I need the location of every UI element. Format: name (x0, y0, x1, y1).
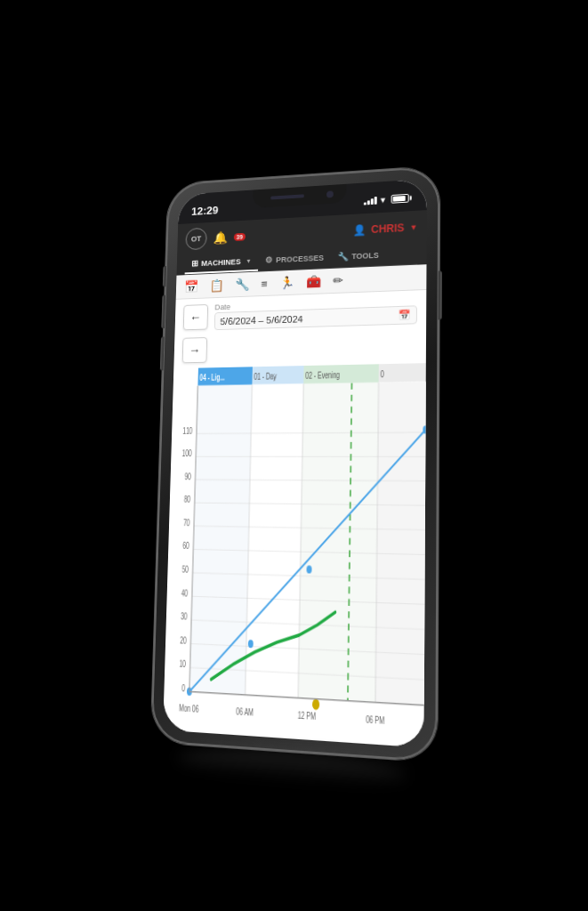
svg-text:12 PM: 12 PM (297, 709, 316, 722)
svg-text:06 AM: 06 AM (236, 705, 254, 718)
speaker-grille (270, 194, 304, 199)
edit-toolbar-icon[interactable]: ✏ (332, 273, 342, 287)
back-nav-row: ← Date 5/6/2024 – 5/6/2024 📅 (182, 295, 416, 331)
signal-bar-3 (370, 198, 373, 205)
svg-text:0: 0 (380, 368, 383, 379)
svg-text:90: 90 (184, 472, 191, 482)
back-arrow-icon: ← (189, 310, 201, 325)
ot-label: OT (190, 235, 201, 244)
back-button[interactable]: ← (182, 304, 207, 330)
chart-svg: 04 - Lig... 01 - Day 02 - Evening 0 (163, 363, 426, 747)
notification-count[interactable]: 39 (233, 232, 245, 240)
date-calendar-icon[interactable]: 📅 (398, 309, 410, 320)
signal-bar-1 (363, 202, 366, 205)
svg-text:80: 80 (183, 494, 190, 504)
status-icons: ▾ (363, 192, 408, 206)
svg-text:40: 40 (181, 587, 188, 598)
svg-text:50: 50 (181, 564, 189, 575)
svg-text:60: 60 (182, 541, 189, 552)
tab-tools[interactable]: 🔧 TOOLS (330, 246, 385, 268)
svg-rect-12 (375, 382, 425, 705)
tab-machines-dropdown: ▼ (246, 258, 252, 264)
svg-text:30: 30 (180, 611, 187, 622)
signal-strength (363, 196, 376, 206)
forward-button[interactable]: → (181, 337, 206, 363)
power-button (438, 270, 441, 319)
svg-text:110: 110 (182, 425, 192, 436)
svg-rect-7 (378, 363, 425, 383)
svg-text:06 PM: 06 PM (366, 713, 384, 726)
user-avatar-icon: 👤 (352, 224, 366, 237)
svg-text:02 - Evening: 02 - Evening (305, 369, 340, 381)
screen-content: 12:29 ▾ (163, 179, 427, 748)
silent-switch (162, 266, 165, 286)
user-name[interactable]: CHRIS (371, 222, 404, 236)
svg-rect-11 (298, 383, 379, 703)
signal-bar-4 (374, 197, 376, 205)
machines-icon: ⊞ (191, 259, 198, 269)
run-toolbar-icon[interactable]: 🏃 (278, 276, 294, 290)
svg-text:10: 10 (179, 658, 186, 670)
table-toolbar-icon[interactable]: ≡ (261, 277, 268, 290)
phone-screen: 12:29 ▾ (163, 179, 427, 748)
processes-icon: ⚙ (264, 255, 272, 265)
svg-rect-9 (189, 384, 252, 695)
list-toolbar-icon[interactable]: 📋 (209, 278, 223, 293)
date-range-text: 5/6/2024 – 5/6/2024 (220, 313, 302, 327)
date-display: Date 5/6/2024 – 5/6/2024 📅 (213, 295, 416, 330)
status-time: 12:29 (190, 204, 218, 218)
svg-text:04 - Lig...: 04 - Lig... (199, 372, 225, 383)
volume-up-button (161, 295, 165, 329)
tab-tools-label: TOOLS (351, 250, 379, 260)
forward-arrow-icon: → (189, 343, 200, 358)
svg-text:100: 100 (181, 448, 191, 459)
front-camera (326, 190, 333, 198)
tool-toolbar-icon[interactable]: 🔧 (235, 278, 249, 292)
tab-processes-label: PROCESSES (276, 253, 324, 263)
wifi-icon: ▾ (380, 194, 385, 206)
tab-machines[interactable]: ⊞ MACHINES ▼ (184, 252, 258, 275)
tab-machines-label: MACHINES (201, 257, 241, 268)
bell-icon[interactable]: 🔔 (213, 230, 227, 245)
calendar-toolbar-icon[interactable]: 📅 (183, 279, 197, 294)
battery-fill (392, 196, 405, 202)
svg-text:20: 20 (180, 634, 187, 646)
signal-bar-2 (366, 200, 369, 205)
main-content: ← Date 5/6/2024 – 5/6/2024 📅 (163, 290, 426, 748)
volume-down-button (159, 337, 164, 371)
svg-text:Mon 06: Mon 06 (179, 702, 199, 714)
svg-text:01 - Day: 01 - Day (254, 371, 277, 382)
phone-frame: 12:29 ▾ (150, 165, 439, 762)
svg-text:70: 70 (182, 517, 189, 528)
date-nav-area: ← Date 5/6/2024 – 5/6/2024 📅 (173, 290, 426, 368)
svg-rect-10 (245, 383, 303, 697)
tools-icon: 🔧 (337, 252, 348, 262)
header-right: 👤 CHRIS ▼ (352, 221, 417, 237)
battery-icon (391, 194, 408, 204)
box-toolbar-icon[interactable]: 🧰 (305, 274, 320, 288)
user-dropdown-arrow[interactable]: ▼ (409, 222, 417, 231)
ot-logo[interactable]: OT (185, 228, 206, 250)
header-left: OT 🔔 39 (185, 225, 246, 250)
phone-shell: 12:29 ▾ (150, 165, 439, 762)
svg-text:0: 0 (181, 682, 185, 694)
tab-processes[interactable]: ⚙ PROCESSES (258, 248, 331, 271)
chart-area: 04 - Lig... 01 - Day 02 - Evening 0 (163, 363, 426, 747)
